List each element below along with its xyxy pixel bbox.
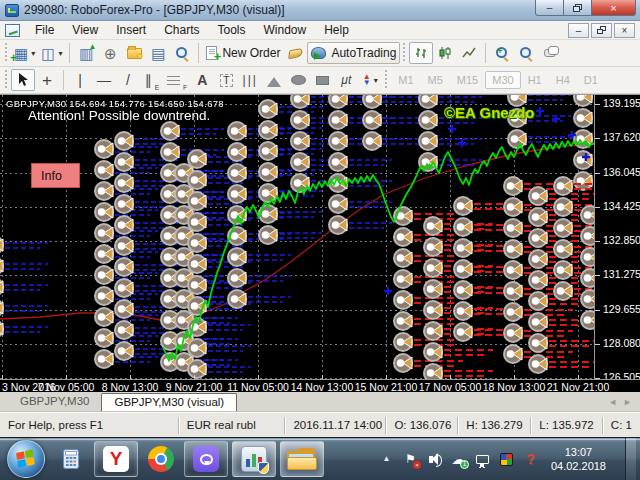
timeframe-m1[interactable]: M1 [391, 71, 420, 89]
speaker-icon [429, 456, 433, 463]
autotrading-icon [311, 47, 326, 59]
cycle-lines-button[interactable]: ||| [238, 69, 262, 91]
timeframe-m30[interactable]: M30 [485, 71, 520, 89]
chart-line-button[interactable] [457, 42, 481, 64]
chart-window-icon[interactable] [5, 24, 20, 37]
vertical-line-icon: | [78, 73, 82, 87]
price-tick-label: 131.275 [595, 268, 640, 280]
child-minimize-button[interactable]: – [568, 23, 589, 38]
show-desktop-button[interactable] [625, 438, 636, 480]
new-order-button[interactable]: New Order [203, 42, 283, 64]
toolbar-separator [198, 43, 199, 63]
taskbar-explorer[interactable] [280, 441, 324, 477]
question-icon: ? [526, 452, 535, 466]
cursor-button[interactable] [11, 69, 35, 91]
close-button[interactable]: × [592, 0, 636, 16]
restore-button[interactable] [564, 0, 592, 16]
timeframe-h1[interactable]: H1 [521, 71, 549, 89]
expert-advisors-icon [288, 47, 303, 59]
time-axis[interactable]: 3 Nov 20167 Nov 05:008 Nov 13:009 Nov 21… [0, 379, 640, 393]
uac-shield-icon [258, 462, 269, 474]
expert-advisors-button[interactable] [283, 42, 307, 64]
tray-show-hidden-icon[interactable]: ▲ [379, 452, 394, 467]
crosshair-button[interactable]: + [35, 69, 59, 91]
triangle-button[interactable] [262, 69, 286, 91]
horizontal-line-button[interactable]: — [92, 69, 116, 91]
tab-gbpjpy-m30[interactable]: GBPJPY,M30 [8, 393, 101, 410]
child-restore-button[interactable] [591, 23, 612, 38]
menu-view[interactable]: View [63, 21, 107, 39]
menu-bar: File View Insert Charts Tools Window Hel… [0, 21, 640, 40]
navigator-button[interactable] [122, 42, 146, 64]
menu-file[interactable]: File [26, 21, 63, 39]
tray-volume-icon[interactable] [427, 452, 442, 467]
toolbar-grip[interactable] [4, 70, 9, 90]
timeframe-m15[interactable]: M15 [450, 71, 485, 89]
timeframe-m5[interactable]: M5 [421, 71, 450, 89]
tray-network-icon[interactable] [475, 452, 490, 467]
zoom-in-button[interactable]: + [490, 42, 514, 64]
equidistant-channel-button[interactable]: ∥E [140, 69, 164, 91]
chart-canvas[interactable] [0, 95, 594, 379]
chat-button[interactable] [538, 42, 562, 64]
minimize-button[interactable]: – [535, 0, 564, 16]
ellipse-button[interactable] [286, 69, 310, 91]
price-tick-label: 139.195 [595, 97, 640, 109]
new-chart-button[interactable]: ▦+ ▾ [11, 42, 38, 64]
start-button[interactable] [7, 440, 45, 478]
autotrading-button[interactable]: AutoTrading [307, 42, 400, 64]
tab-gbpjpy-m30-visual[interactable]: GBPJPY,M30 (visual) [101, 393, 237, 411]
chart-bars-button[interactable] [409, 42, 433, 64]
menu-charts[interactable]: Charts [155, 21, 208, 39]
tray-action-center-icon[interactable]: ⚑× [403, 452, 418, 467]
menu-insert[interactable]: Insert [107, 21, 155, 39]
price-tick-label: 134.425 [595, 200, 640, 212]
timeframe-d1[interactable]: D1 [577, 71, 605, 89]
toolbar-separator [485, 43, 486, 63]
menu-help[interactable]: Help [315, 21, 358, 39]
strategy-tester-button[interactable] [170, 42, 194, 64]
new-order-label: New Order [222, 46, 280, 60]
info-button[interactable]: Info [31, 163, 80, 188]
tray-help-app-icon[interactable]: ? [523, 452, 538, 467]
window-controls: – × [535, 0, 636, 16]
chart-candles-button[interactable] [433, 42, 457, 64]
market-watch-button[interactable]: ▥▲ [74, 42, 98, 64]
channel-icon: ∥ [145, 73, 152, 87]
menu-window[interactable]: Window [255, 21, 316, 39]
tab-scroll-left-icon[interactable]: ◄ [608, 397, 617, 407]
new-order-icon [206, 46, 217, 60]
data-window-button[interactable]: ⊕ [98, 42, 122, 64]
tray-cloud-sync-icon[interactable]: ☁1 [451, 452, 466, 467]
price-axis[interactable]: 139.195137.620136.045134.425132.850131.2… [594, 95, 640, 379]
child-close-button[interactable]: × [614, 23, 635, 38]
tab-scroll-right-icon[interactable]: ► [623, 397, 632, 407]
toolbar-grip[interactable] [4, 43, 9, 63]
taskbar-metatrader[interactable] [232, 441, 276, 477]
toolbar-grip[interactable] [402, 43, 407, 63]
taskbar-calculator[interactable] [52, 441, 90, 477]
taskbar-viber[interactable] [184, 441, 228, 477]
price-tick-label: 137.620 [595, 131, 640, 143]
indicator-button[interactable]: μt [334, 69, 358, 91]
candlestick-icon [438, 46, 452, 60]
taskbar-chrome[interactable] [142, 441, 180, 477]
fibonacci-button[interactable]: F [164, 69, 190, 91]
taskbar-yandex-browser[interactable]: Y [94, 441, 138, 477]
vertical-line-button[interactable]: | [68, 69, 92, 91]
taskbar-clock[interactable]: 13:07 04.02.2018 [551, 445, 606, 474]
arrows-button[interactable]: ▲▼ ▾ [358, 69, 382, 91]
tray-rubik-app-icon[interactable] [499, 452, 514, 467]
menu-tools[interactable]: Tools [209, 21, 255, 39]
terminal-button[interactable]: ▤ [146, 42, 170, 64]
rectangle-button[interactable] [310, 69, 334, 91]
timeframe-h4[interactable]: H4 [549, 71, 577, 89]
toolbar-grip[interactable] [384, 70, 389, 90]
profiles-button[interactable]: ◫ ▾ [38, 42, 65, 64]
trendline-button[interactable]: / [116, 69, 140, 91]
viber-icon [193, 446, 219, 472]
text-label-button[interactable]: T [214, 69, 238, 91]
standard-toolbar: ▦+ ▾ ◫ ▾ ▥▲ ⊕ ▤ New Order AutoTrading [0, 40, 640, 67]
zoom-out-button[interactable] [514, 42, 538, 64]
text-button[interactable]: A [190, 69, 214, 91]
